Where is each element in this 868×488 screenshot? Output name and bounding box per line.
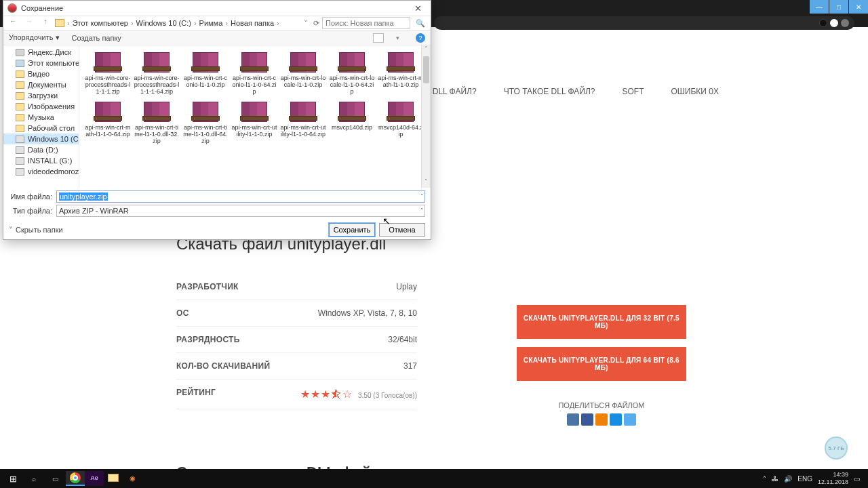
clock[interactable]: 14:3912.11.2018 [818,471,848,486]
file-item[interactable]: api-ms-win-crt-utility-l1-1-0.zip [231,98,277,144]
nav-link[interactable]: SOFT [623,87,644,96]
breadcrumb[interactable]: Новая папка [231,19,274,27]
language-indicator[interactable]: ENG [797,475,812,483]
chrome-taskbar-icon[interactable] [66,471,85,486]
hide-folders-link[interactable]: Скрыть папки [16,226,63,234]
filetype-select[interactable]: Архив ZIP - WinRAR˅ [56,205,425,217]
search-input[interactable] [322,17,410,29]
win-minimize[interactable]: — [810,0,829,14]
help-icon[interactable]: ? [416,33,425,43]
file-item[interactable]: api-ms-win-crt-locale-l1-1-0-64.zip [329,48,375,95]
file-item[interactable]: api-ms-win-core-processthreads-l1-1-1-64… [134,48,180,95]
floating-badge[interactable]: 5.7 ГБ [825,436,848,460]
close-icon[interactable]: ✕ [409,3,427,14]
tree-item[interactable]: Яндекс.Диск [3,47,79,58]
file-item[interactable]: api-ms-win-crt-utility-l1-1-0-64.zip [280,98,326,144]
start-button[interactable]: ⊞ [3,470,23,487]
file-name: api-ms-win-crt-utility-l1-1-0.zip [231,124,277,138]
archive-icon [339,52,365,73]
archive-icon [193,52,218,73]
save-button[interactable]: Сохранить [329,223,375,237]
file-item[interactable]: msvcp140d-64.zip [378,98,424,144]
nav-forward-icon[interactable]: → [22,17,36,29]
network-icon[interactable]: 🖧 [772,475,778,483]
chevron-down-icon[interactable]: ˅ [420,207,424,214]
browser-url-bar[interactable] [434,16,854,30]
breadcrumb[interactable]: Этот компьютер [73,19,128,27]
tree-item[interactable]: Этот компьютер [3,58,79,68]
breadcrumb[interactable]: Римма [199,19,223,27]
filename-input[interactable]: unityplayer.zip˅ [56,190,425,203]
file-item[interactable]: api-ms-win-crt-time-l1-1-0.dll-32.zip [134,98,180,144]
rating-stars[interactable]: ★★★⯪☆3.50 (3 Голоса(ов)) [300,388,417,401]
file-item[interactable]: api-ms-win-crt-locale-l1-1-0.zip [280,48,326,95]
file-item[interactable]: api-ms-win-crt-conio-l1-1-0-64.zip [231,48,277,95]
file-pane[interactable]: api-ms-win-core-processthreads-l1-1-1.zi… [79,45,431,188]
nav-link[interactable]: ЧТО ТАКОЕ DLL ФАЙЛ? [504,87,595,96]
tree-item[interactable]: Загрузки [3,90,79,101]
scrollbar[interactable]: ˄ ˅ [421,45,431,188]
breadcrumb[interactable]: Windows 10 (C:) [136,19,191,27]
chevron-down-icon[interactable]: ˅ [420,193,424,200]
notifications-icon[interactable]: ▭ [854,475,860,483]
file-name: api-ms-win-crt-time-l1-1-0.dll-64.zip [182,124,229,144]
vk-icon[interactable] [567,413,579,426]
view-mode-button[interactable] [373,33,384,43]
folder-icon [16,114,24,121]
folder-icon [16,168,24,176]
file-item[interactable]: api-ms-win-core-processthreads-l1-1-1.zi… [85,48,131,95]
scroll-up-icon[interactable]: ˄ [422,45,431,55]
tree-item[interactable]: Музыка [3,112,79,123]
tree-item[interactable]: INSTALL (G:) [3,155,79,166]
file-item[interactable]: api-ms-win-crt-time-l1-1-0.dll-64.zip [182,98,229,144]
system-tray[interactable]: ˄ 🖧 🔊 ENG 14:3912.11.2018 ▭ [763,471,865,486]
ok-icon[interactable] [595,413,608,426]
scroll-thumb[interactable] [423,56,429,83]
tree-item[interactable]: Видео [3,68,79,79]
scroll-down-icon[interactable]: ˅ [422,178,431,188]
search-taskbar-icon[interactable]: ⌕ [24,470,44,487]
taskbar[interactable]: ⊞ ⌕ ▭ Ae ◉ ˄ 🖧 🔊 ENG 14:3912.11.2018 ▭ [0,469,868,488]
volume-icon[interactable]: 🔊 [784,475,792,483]
download-64bit-button[interactable]: СКАЧАТЬ UNITYPLAYER.DLL ДЛЯ 64 BIT (8.6 … [517,347,686,381]
search-icon[interactable]: 🔍 [416,19,425,28]
explorer-taskbar-icon[interactable] [104,471,123,486]
new-folder-button[interactable]: Создать папку [72,34,121,42]
aftereffects-taskbar-icon[interactable]: Ae [85,471,104,486]
chevron-down-icon[interactable]: ˅ [9,226,13,235]
nav-link[interactable]: ОШИБКИ 0X [671,87,719,96]
file-item[interactable]: api-ms-win-crt-conio-l1-1-0.zip [182,48,229,95]
win-close[interactable]: ✕ [849,0,868,14]
tree-item[interactable]: Изображения [3,101,79,112]
tw-icon[interactable] [624,413,636,426]
refresh-icon[interactable]: ⟳ [313,19,319,28]
file-item[interactable]: api-ms-win-crt-math-l1-1-0.zip [378,48,424,95]
app-taskbar-icon[interactable]: ◉ [123,471,142,486]
tree-item[interactable]: Windows 10 (C:) [3,134,79,144]
dialog-titlebar[interactable]: Сохранение ✕ [3,1,431,16]
fb-icon[interactable] [581,413,593,426]
file-item[interactable]: msvcp140d.zip [329,98,375,144]
file-name: api-ms-win-crt-conio-l1-1-0.zip [182,75,229,88]
taskview-icon[interactable]: ▭ [45,470,65,487]
nav-back-icon[interactable]: ← [6,17,20,29]
win-maximize[interactable]: □ [829,0,848,14]
nav-up-icon[interactable]: ↑ [39,17,52,29]
tray-overflow-icon[interactable]: ˄ [763,475,766,483]
tree-item[interactable]: Data (D:) [3,144,79,155]
tree-item[interactable]: Документы [3,79,79,90]
download-32bit-button[interactable]: СКАЧАТЬ UNITYPLAYER.DLL ДЛЯ 32 BIT (7.5 … [517,305,686,339]
chevron-down-icon[interactable]: ˅ [304,19,308,28]
file-item[interactable]: api-ms-win-crt-math-l1-1-0-64.zip [85,98,131,144]
tree-item-label: Изображения [28,102,75,110]
tree-item-label: Яндекс.Диск [28,48,71,56]
folder-icon [16,92,24,100]
cancel-button[interactable]: Отмена [379,223,425,237]
folder-icon [16,157,24,165]
tree-item[interactable]: Рабочий стол [3,123,79,134]
mail-icon[interactable] [610,413,622,426]
file-name: api-ms-win-core-processthreads-l1-1-1.zi… [85,75,131,95]
tree-item[interactable]: videodedmoroz [3,166,79,177]
folder-tree[interactable]: Яндекс.ДискЭтот компьютерВидеоДокументыЗ… [3,45,79,188]
organize-menu[interactable]: Упорядочить ▾ [9,33,60,42]
